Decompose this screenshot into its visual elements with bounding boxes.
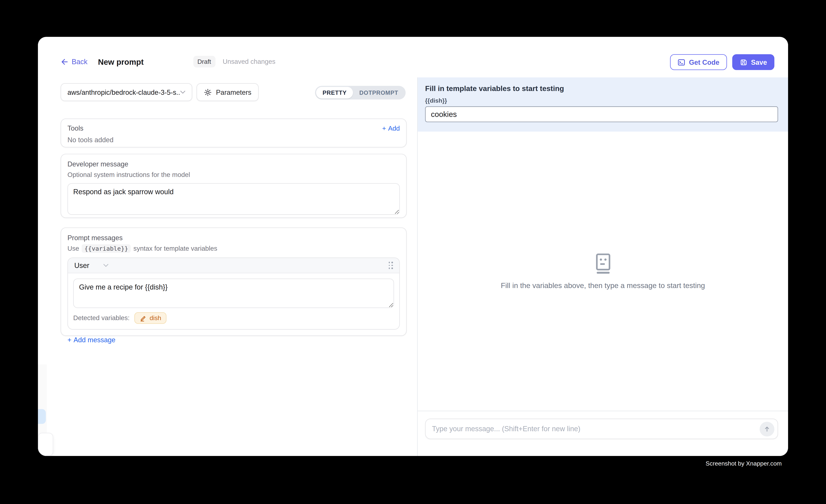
save-label: Save <box>751 58 767 66</box>
parameters-label: Parameters <box>216 88 251 96</box>
hint-suffix: syntax for template variables <box>133 245 217 252</box>
model-row: aws/anthropic/bedrock-claude-3-5-s... Pa… <box>61 83 406 101</box>
save-button[interactable]: Save <box>732 54 774 70</box>
back-arrow-icon <box>61 58 68 65</box>
variable-badge-dish[interactable]: dish <box>134 312 167 324</box>
page-title: New prompt <box>98 57 143 66</box>
tools-title: Tools <box>67 124 83 132</box>
variables-panel-title: Fill in template variables to start test… <box>425 84 778 93</box>
unsaved-changes-text: Unsaved changes <box>223 58 276 65</box>
message-body: Give me a recipe for {{dish}} Detected v… <box>68 273 399 329</box>
developer-message-subtitle: Optional system instructions for the mod… <box>67 171 400 179</box>
app-window: Back New prompt Draft Unsaved changes Ge… <box>38 37 788 456</box>
prompt-messages-card: Prompt messages Use {{variable}} syntax … <box>61 228 407 336</box>
variable-field-input[interactable] <box>425 106 778 122</box>
format-toggle: PRETTY DOTPROMPT <box>315 86 406 100</box>
message-textarea[interactable]: Give me a recipe for {{dish}} <box>73 278 394 308</box>
parameters-button[interactable]: Parameters <box>196 83 259 101</box>
back-label: Back <box>72 58 87 65</box>
draft-status-badge: Draft <box>193 56 215 67</box>
get-code-button[interactable]: Get Code <box>670 54 727 70</box>
plus-icon: + <box>382 125 386 132</box>
collapsed-drawer-highlight <box>38 409 46 424</box>
watermark-text: Screenshot by Xnapper.com <box>706 460 782 467</box>
role-selector[interactable]: User <box>74 261 108 269</box>
tools-empty-text: No tools added <box>67 136 400 144</box>
toggle-pretty[interactable]: PRETTY <box>316 87 353 99</box>
developer-message-card: Developer message Optional system instru… <box>61 154 407 218</box>
message-header: User <box>68 258 399 273</box>
gear-icon <box>204 88 212 96</box>
tools-card: Tools + Add No tools added <box>61 118 407 147</box>
model-selector-value: aws/anthropic/bedrock-claude-3-5-s... <box>67 88 180 96</box>
screenshot-stage: Back New prompt Draft Unsaved changes Ge… <box>0 0 826 504</box>
chevron-down-icon <box>180 90 185 94</box>
chat-input-container <box>425 419 778 439</box>
terminal-icon <box>677 58 685 66</box>
header: Back New prompt Draft Unsaved changes Ge… <box>38 37 788 77</box>
conversation-empty-area: Fill in the variables above, then type a… <box>418 132 788 411</box>
pencil-icon <box>140 315 146 321</box>
model-selector[interactable]: aws/anthropic/bedrock-claude-3-5-s... <box>61 83 192 101</box>
header-left: Back New prompt Draft Unsaved changes <box>61 56 276 67</box>
plus-icon: + <box>67 336 71 344</box>
chat-input-bar <box>418 411 788 456</box>
detected-variables-row: Detected variables: dish <box>73 312 394 324</box>
hint-prefix: Use <box>67 245 79 252</box>
header-actions: Get Code Save <box>670 54 774 70</box>
hint-variable-chip: {{variable}} <box>82 244 131 253</box>
chevron-down-icon <box>103 264 108 267</box>
send-button[interactable] <box>760 422 774 436</box>
empty-state-text: Fill in the variables above, then type a… <box>501 281 705 290</box>
template-hint: Use {{variable}} syntax for template var… <box>67 244 400 253</box>
prompt-messages-title: Prompt messages <box>67 234 400 242</box>
save-floppy-icon <box>740 58 747 66</box>
add-tool-button[interactable]: + Add <box>382 125 400 132</box>
test-panel: Fill in template variables to start test… <box>417 77 788 456</box>
drag-handle-icon[interactable] <box>389 262 393 269</box>
variable-field-label: {{dish}} <box>425 98 778 104</box>
add-message-label: Add message <box>74 336 115 344</box>
back-button[interactable]: Back <box>61 58 87 65</box>
developer-message-title: Developer message <box>67 160 400 168</box>
template-variables-panel: Fill in template variables to start test… <box>418 77 788 132</box>
prompt-editor-panel: aws/anthropic/bedrock-claude-3-5-s... Pa… <box>38 77 417 456</box>
detected-variables-label: Detected variables: <box>73 314 129 322</box>
add-tool-label: Add <box>388 125 400 132</box>
developer-message-textarea[interactable]: Respond as jack sparrow would <box>67 183 400 215</box>
arrow-up-icon <box>763 425 771 433</box>
toggle-dotprompt[interactable]: DOTPROMPT <box>353 87 405 99</box>
get-code-label: Get Code <box>689 58 719 66</box>
role-value: User <box>74 261 90 269</box>
message-block: User Give me a recipe for {{dish}} Det <box>67 257 400 329</box>
chat-message-input[interactable] <box>432 425 760 433</box>
add-message-button[interactable]: + Add message <box>67 336 400 344</box>
bot-face-icon <box>594 253 612 274</box>
variable-badge-label: dish <box>150 314 161 322</box>
collapsed-drawer-card <box>38 433 53 456</box>
